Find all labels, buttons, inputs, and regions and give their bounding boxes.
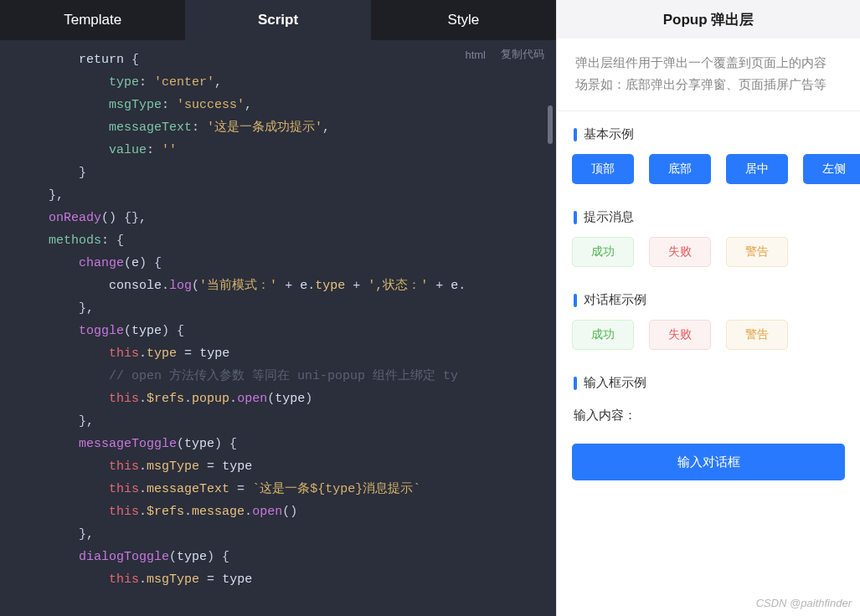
preview-desc-line-1: 弹出层组件用于弹出一个覆盖到页面上的内容 [575, 55, 827, 69]
section-message-title: 提示消息 [569, 209, 848, 225]
code-body: html 复制代码 return { type: 'center', msgTy… [0, 40, 556, 616]
code-scroll[interactable]: return { type: 'center', msgType: 'succe… [0, 40, 544, 616]
msg-success-button[interactable]: 成功 [572, 237, 634, 267]
tab-style[interactable]: Style [371, 0, 556, 40]
section-basic: 基本示例 顶部 底部 居中 左侧 [557, 111, 860, 194]
section-dialog: 对话框示例 成功 失败 警告 [557, 277, 860, 360]
dlg-warn-button[interactable]: 警告 [726, 320, 788, 350]
input-content-label: 输入内容： [569, 403, 848, 435]
dlg-fail-button[interactable]: 失败 [649, 320, 711, 350]
tab-script[interactable]: Script [185, 0, 370, 40]
preview-title: Popup 弹出层 [557, 0, 860, 38]
msg-fail-button[interactable]: 失败 [649, 237, 711, 267]
tab-template[interactable]: Template [0, 0, 185, 40]
popup-center-button[interactable]: 居中 [726, 154, 788, 184]
dlg-success-button[interactable]: 成功 [572, 320, 634, 350]
code-content: return { type: 'center', msgType: 'succe… [0, 40, 544, 599]
section-message: 提示消息 成功 失败 警告 [557, 194, 860, 277]
popup-left-button[interactable]: 左侧 [803, 154, 860, 184]
section-dialog-title: 对话框示例 [569, 292, 848, 308]
preview-pane: Popup 弹出层 弹出层组件用于弹出一个覆盖到页面上的内容 场景如：底部弹出分… [556, 0, 860, 616]
section-basic-title: 基本示例 [569, 126, 848, 142]
popup-top-button[interactable]: 顶部 [572, 154, 634, 184]
section-input: 输入框示例 输入内容： 输入对话框 [557, 360, 860, 490]
editor-tabs: Template Script Style [0, 0, 556, 40]
msg-warn-button[interactable]: 警告 [726, 237, 788, 267]
section-input-title: 输入框示例 [569, 375, 848, 391]
input-dialog-button[interactable]: 输入对话框 [572, 444, 845, 480]
code-editor-pane: Template Script Style html 复制代码 return {… [0, 0, 556, 616]
code-scrollbar[interactable] [548, 105, 553, 144]
popup-bottom-button[interactable]: 底部 [649, 154, 711, 184]
preview-description: 弹出层组件用于弹出一个覆盖到页面上的内容 场景如：底部弹出分享弹窗、页面插屏广告… [557, 38, 860, 111]
preview-desc-line-2: 场景如：底部弹出分享弹窗、页面插屏广告等 [575, 77, 827, 91]
watermark: CSDN @paithfinder [756, 597, 852, 609]
